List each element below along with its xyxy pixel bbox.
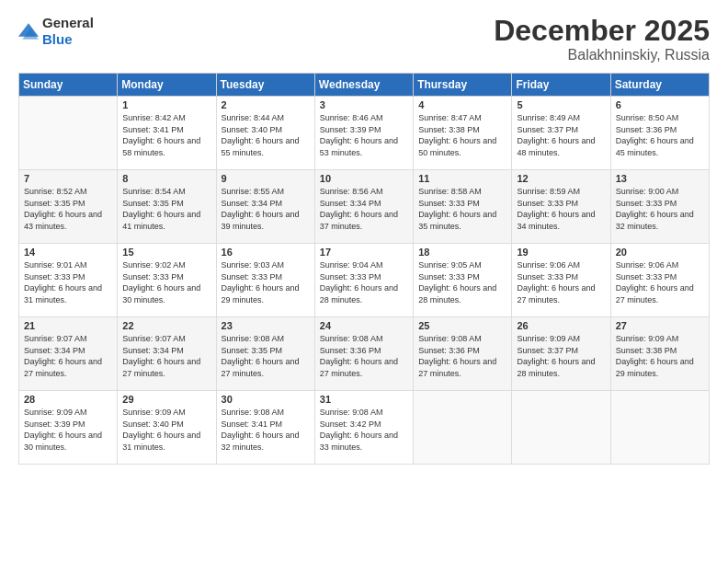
cell-3-6: 27Sunrise: 9:09 AMSunset: 3:38 PMDayligh… xyxy=(610,317,709,391)
day-number: 19 xyxy=(517,247,605,258)
day-info: Sunrise: 9:08 AMSunset: 3:36 PMDaylight:… xyxy=(418,333,506,379)
day-number: 21 xyxy=(24,320,112,331)
cell-1-2: 9Sunrise: 8:55 AMSunset: 3:34 PMDaylight… xyxy=(216,170,314,244)
day-number: 31 xyxy=(320,394,408,405)
day-info: Sunrise: 9:07 AMSunset: 3:34 PMDaylight:… xyxy=(122,333,210,379)
header-tuesday: Tuesday xyxy=(216,74,314,97)
cell-2-6: 20Sunrise: 9:06 AMSunset: 3:33 PMDayligh… xyxy=(610,244,709,317)
cell-4-0: 28Sunrise: 9:09 AMSunset: 3:39 PMDayligh… xyxy=(19,391,118,465)
day-info: Sunrise: 9:04 AMSunset: 3:33 PMDaylight:… xyxy=(320,259,408,305)
cell-2-4: 18Sunrise: 9:05 AMSunset: 3:33 PMDayligh… xyxy=(414,244,512,317)
cell-4-3: 31Sunrise: 9:08 AMSunset: 3:42 PMDayligh… xyxy=(314,391,413,465)
cell-3-5: 26Sunrise: 9:09 AMSunset: 3:37 PMDayligh… xyxy=(512,317,610,391)
day-number: 23 xyxy=(222,320,310,331)
day-info: Sunrise: 9:00 AMSunset: 3:33 PMDaylight:… xyxy=(616,186,704,232)
cell-0-1: 1Sunrise: 8:42 AMSunset: 3:41 PMDaylight… xyxy=(118,97,216,170)
day-number: 5 xyxy=(517,99,605,110)
cell-1-3: 10Sunrise: 8:56 AMSunset: 3:34 PMDayligh… xyxy=(314,170,413,244)
cell-3-3: 24Sunrise: 9:08 AMSunset: 3:36 PMDayligh… xyxy=(314,317,413,391)
day-number: 15 xyxy=(122,247,210,258)
day-info: Sunrise: 9:08 AMSunset: 3:36 PMDaylight:… xyxy=(320,333,408,379)
day-info: Sunrise: 9:08 AMSunset: 3:42 PMDaylight:… xyxy=(320,407,408,453)
day-number: 26 xyxy=(517,320,605,331)
day-info: Sunrise: 8:44 AMSunset: 3:40 PMDaylight:… xyxy=(222,112,310,158)
day-info: Sunrise: 8:56 AMSunset: 3:34 PMDaylight:… xyxy=(320,186,408,232)
cell-2-1: 15Sunrise: 9:02 AMSunset: 3:33 PMDayligh… xyxy=(118,244,216,317)
day-number: 29 xyxy=(122,394,210,405)
day-number: 10 xyxy=(320,173,408,184)
day-number: 6 xyxy=(616,99,704,110)
cell-1-6: 13Sunrise: 9:00 AMSunset: 3:33 PMDayligh… xyxy=(610,170,709,244)
cell-3-1: 22Sunrise: 9:07 AMSunset: 3:34 PMDayligh… xyxy=(118,317,216,391)
day-number: 14 xyxy=(24,247,112,258)
title-area: December 2025 Balakhninskiy, Russia xyxy=(494,15,710,63)
week-row-2: 14Sunrise: 9:01 AMSunset: 3:33 PMDayligh… xyxy=(19,244,710,317)
day-info: Sunrise: 9:07 AMSunset: 3:34 PMDaylight:… xyxy=(24,333,112,379)
cell-0-5: 5Sunrise: 8:49 AMSunset: 3:37 PMDaylight… xyxy=(512,97,610,170)
day-info: Sunrise: 9:09 AMSunset: 3:37 PMDaylight:… xyxy=(517,333,605,379)
day-number: 28 xyxy=(24,394,112,405)
cell-1-1: 8Sunrise: 8:54 AMSunset: 3:35 PMDaylight… xyxy=(118,170,216,244)
cell-0-0 xyxy=(19,97,118,170)
day-number: 8 xyxy=(122,173,210,184)
header-thursday: Thursday xyxy=(414,74,512,97)
day-number: 18 xyxy=(418,247,506,258)
day-number: 4 xyxy=(418,99,506,110)
day-info: Sunrise: 9:01 AMSunset: 3:33 PMDaylight:… xyxy=(24,259,112,305)
cell-1-5: 12Sunrise: 8:59 AMSunset: 3:33 PMDayligh… xyxy=(512,170,610,244)
cell-3-2: 23Sunrise: 9:08 AMSunset: 3:35 PMDayligh… xyxy=(216,317,314,391)
day-info: Sunrise: 8:55 AMSunset: 3:34 PMDaylight:… xyxy=(222,186,310,232)
day-number: 22 xyxy=(122,320,210,331)
day-info: Sunrise: 8:59 AMSunset: 3:33 PMDaylight:… xyxy=(517,186,605,232)
day-number: 2 xyxy=(222,99,310,110)
day-info: Sunrise: 8:46 AMSunset: 3:39 PMDaylight:… xyxy=(320,112,408,158)
day-number: 11 xyxy=(418,173,506,184)
day-info: Sunrise: 8:49 AMSunset: 3:37 PMDaylight:… xyxy=(517,112,605,158)
cell-4-2: 30Sunrise: 9:08 AMSunset: 3:41 PMDayligh… xyxy=(216,391,314,465)
day-info: Sunrise: 9:06 AMSunset: 3:33 PMDaylight:… xyxy=(517,259,605,305)
day-info: Sunrise: 9:09 AMSunset: 3:40 PMDaylight:… xyxy=(122,407,210,453)
header-monday: Monday xyxy=(118,74,216,97)
location-title: Balakhninskiy, Russia xyxy=(494,47,710,63)
day-info: Sunrise: 9:09 AMSunset: 3:39 PMDaylight:… xyxy=(24,407,112,453)
header-sunday: Sunday xyxy=(19,74,118,97)
day-info: Sunrise: 9:02 AMSunset: 3:33 PMDaylight:… xyxy=(122,259,210,305)
cell-2-5: 19Sunrise: 9:06 AMSunset: 3:33 PMDayligh… xyxy=(512,244,610,317)
week-row-1: 7Sunrise: 8:52 AMSunset: 3:35 PMDaylight… xyxy=(19,170,710,244)
header-saturday: Saturday xyxy=(610,74,709,97)
day-info: Sunrise: 9:06 AMSunset: 3:33 PMDaylight:… xyxy=(616,259,704,305)
logo-blue: Blue xyxy=(42,31,73,47)
day-number: 7 xyxy=(24,173,112,184)
weekday-header-row: Sunday Monday Tuesday Wednesday Thursday… xyxy=(19,74,710,97)
day-number: 3 xyxy=(320,99,408,110)
cell-4-1: 29Sunrise: 9:09 AMSunset: 3:40 PMDayligh… xyxy=(118,391,216,465)
logo-general: General xyxy=(42,15,94,30)
cell-0-6: 6Sunrise: 8:50 AMSunset: 3:36 PMDaylight… xyxy=(610,97,709,170)
day-number: 13 xyxy=(616,173,704,184)
day-number: 17 xyxy=(320,247,408,258)
day-info: Sunrise: 8:42 AMSunset: 3:41 PMDaylight:… xyxy=(122,112,210,158)
month-title: December 2025 xyxy=(494,15,710,47)
day-number: 30 xyxy=(222,394,310,405)
day-number: 16 xyxy=(222,247,310,258)
day-number: 1 xyxy=(122,99,210,110)
cell-2-3: 17Sunrise: 9:04 AMSunset: 3:33 PMDayligh… xyxy=(314,244,413,317)
day-info: Sunrise: 8:58 AMSunset: 3:33 PMDaylight:… xyxy=(418,186,506,232)
cell-2-2: 16Sunrise: 9:03 AMSunset: 3:33 PMDayligh… xyxy=(216,244,314,317)
week-row-4: 28Sunrise: 9:09 AMSunset: 3:39 PMDayligh… xyxy=(19,391,710,465)
calendar-table: Sunday Monday Tuesday Wednesday Thursday… xyxy=(18,73,710,465)
day-number: 12 xyxy=(517,173,605,184)
cell-3-0: 21Sunrise: 9:07 AMSunset: 3:34 PMDayligh… xyxy=(19,317,118,391)
header-area: General Blue December 2025 Balakhninskiy… xyxy=(18,15,710,63)
cell-4-6 xyxy=(610,391,709,465)
day-number: 25 xyxy=(418,320,506,331)
day-info: Sunrise: 8:50 AMSunset: 3:36 PMDaylight:… xyxy=(616,112,704,158)
day-number: 24 xyxy=(320,320,408,331)
header-wednesday: Wednesday xyxy=(314,74,413,97)
day-info: Sunrise: 9:08 AMSunset: 3:35 PMDaylight:… xyxy=(222,333,310,379)
logo: General Blue xyxy=(18,15,94,48)
cell-0-4: 4Sunrise: 8:47 AMSunset: 3:38 PMDaylight… xyxy=(414,97,512,170)
day-info: Sunrise: 8:52 AMSunset: 3:35 PMDaylight:… xyxy=(24,186,112,232)
cell-4-5 xyxy=(512,391,610,465)
cell-1-0: 7Sunrise: 8:52 AMSunset: 3:35 PMDaylight… xyxy=(19,170,118,244)
